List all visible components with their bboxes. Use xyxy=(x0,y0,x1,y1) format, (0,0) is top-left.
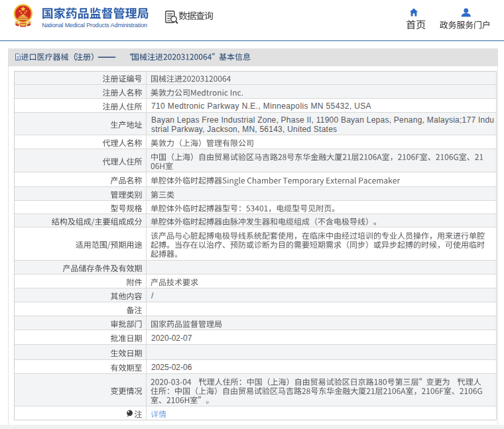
svg-text:2025-02-06: 2025-02-06 xyxy=(151,363,192,372)
svg-text:strial Parkway, Jackson, MN, 5: strial Parkway, Jackson, MN, 56143, Unit… xyxy=(151,125,337,134)
svg-text:Bayan Lepas Free Industrial Zo: Bayan Lepas Free Industrial Zone, Phase … xyxy=(151,115,494,125)
svg-text:2020-02-07: 2020-02-07 xyxy=(151,334,192,343)
svg-text:710 Medtronic Parkway N.E., Mi: 710 Medtronic Parkway N.E., Minneapolis … xyxy=(151,101,371,111)
svg-text:National Medical Products Admi: National Medical Products Administration xyxy=(42,22,147,29)
svg-text:/: / xyxy=(151,291,154,300)
